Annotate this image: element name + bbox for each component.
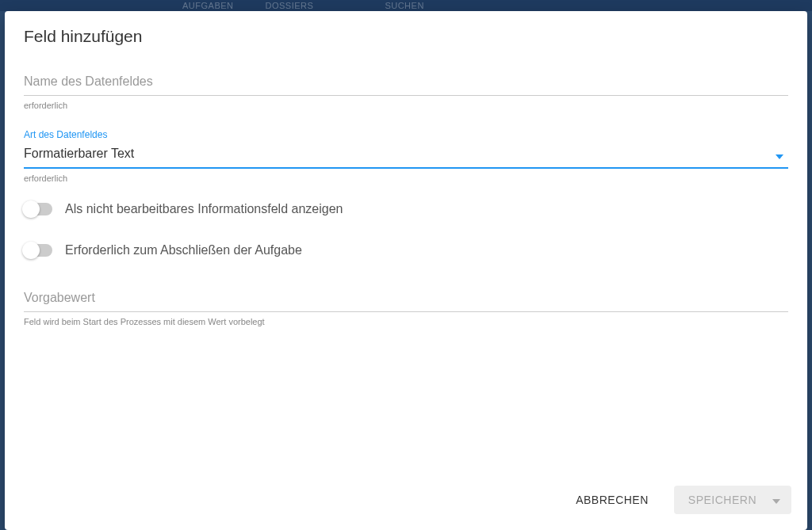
save-button-label: SPEICHERN (688, 494, 756, 506)
add-field-modal: Feld hinzufügen erforderlich Art des Dat… (5, 11, 807, 530)
toggle-readonly-label: Als nicht bearbeitbares Informationsfeld… (65, 202, 343, 216)
field-name-group: erforderlich (24, 68, 788, 110)
modal-title: Feld hinzufügen (24, 27, 788, 46)
field-name-helper: erforderlich (24, 101, 788, 110)
field-type-group: Art des Datenfeldes Formatierbarer Text … (24, 129, 788, 183)
toggle-required-label: Erforderlich zum Abschließen der Aufgabe (65, 243, 302, 257)
save-button[interactable]: SPEICHERN (674, 486, 791, 514)
modal-body: erforderlich Art des Datenfeldes Formati… (5, 52, 807, 473)
cancel-button[interactable]: ABBRECHEN (561, 486, 663, 514)
nav-item-tasks: AUFGABEN (182, 1, 234, 10)
modal-header: Feld hinzufügen (5, 11, 807, 52)
default-value-group: Feld wird beim Start des Prozesses mit d… (24, 284, 788, 326)
default-value-helper: Feld wird beim Start des Prozesses mit d… (24, 317, 788, 326)
toggle-knob (22, 200, 40, 218)
field-name-input[interactable] (24, 68, 788, 96)
toggle-knob (22, 242, 40, 259)
toggle-readonly-switch[interactable] (24, 203, 52, 215)
chevron-down-icon (776, 148, 783, 162)
field-type-label: Art des Datenfeldes (24, 129, 788, 140)
toggle-readonly-row: Als nicht bearbeitbares Informationsfeld… (24, 202, 788, 216)
background-navigation: AUFGABEN DOSSIERS Suchen (0, 0, 812, 11)
default-value-input[interactable] (24, 284, 788, 312)
modal-footer: ABBRECHEN SPEICHERN (5, 473, 807, 530)
chevron-down-icon (772, 494, 780, 506)
field-type-select[interactable]: Formatierbarer Text (24, 143, 788, 169)
nav-item-dossiers: DOSSIERS (266, 1, 314, 10)
nav-item-search: Suchen (385, 1, 423, 10)
field-type-helper: erforderlich (24, 173, 788, 183)
toggle-required-row: Erforderlich zum Abschließen der Aufgabe (24, 243, 788, 257)
toggle-required-switch[interactable] (24, 244, 52, 257)
field-type-value: Formatierbarer Text (24, 147, 134, 160)
